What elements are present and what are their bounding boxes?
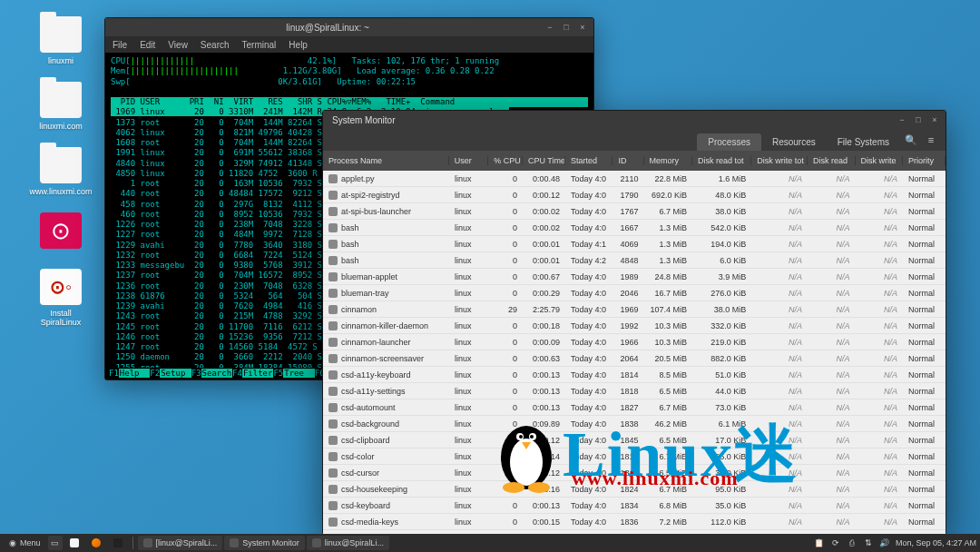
- process-icon: [328, 289, 338, 298]
- process-icon: [328, 191, 338, 200]
- process-table-body[interactable]: applet.pylinux00:00.48Today 4:0211022.8 …: [323, 171, 946, 534]
- tab-file-systems[interactable]: File Systems: [827, 133, 900, 151]
- install-icon: ⊙◦: [40, 269, 82, 305]
- process-icon: [328, 387, 338, 396]
- firefox-launcher[interactable]: [86, 536, 106, 550]
- process-icon: [328, 518, 338, 527]
- desktop-icons: linuxmilinuxmi.comwww.linuxmi.com⊙⊙◦Inst…: [34, 16, 87, 327]
- column-header[interactable]: Memory: [644, 156, 692, 165]
- table-row[interactable]: at-spi-bus-launcherlinux00:00.02Today 4:…: [323, 203, 946, 220]
- table-row[interactable]: cinnamon-screensaverlinux00:00.63Today 4…: [323, 350, 946, 367]
- table-row[interactable]: csd-housekeepinglinux00:00.16Today 4:018…: [323, 481, 946, 498]
- column-header[interactable]: Disk read tot: [692, 156, 751, 165]
- maximize-icon[interactable]: □: [913, 114, 924, 125]
- column-header[interactable]: Started: [565, 156, 613, 165]
- minimize-icon[interactable]: −: [897, 114, 907, 125]
- table-row[interactable]: blueman-traylinux00:00.29Today 4:0204616…: [323, 285, 946, 301]
- minimize-icon[interactable]: −: [544, 22, 555, 33]
- table-row[interactable]: csd-clipboardlinux00:00.12Today 4:018456…: [323, 432, 946, 448]
- process-icon: [328, 174, 338, 183]
- app-icon: [230, 538, 239, 547]
- menu-edit[interactable]: Edit: [140, 40, 155, 50]
- menu-view[interactable]: View: [168, 40, 188, 50]
- column-header[interactable]: Disk read: [808, 156, 856, 165]
- table-row[interactable]: csd-cursorlinux00:00.12Today 4:018166.5 …: [323, 465, 946, 481]
- tab-resources[interactable]: Resources: [761, 133, 827, 151]
- process-icon: [328, 256, 338, 265]
- table-row[interactable]: csd-backgroundlinux00:09.89Today 4:01838…: [323, 416, 946, 432]
- column-header[interactable]: Disk write: [856, 156, 904, 165]
- clipboard-icon[interactable]: 📋: [814, 537, 825, 548]
- table-row[interactable]: csd-automountlinux00:00.13Today 4:018276…: [323, 399, 946, 416]
- terminal-menu-bar: FileEditViewSearchTerminalHelp: [105, 36, 593, 53]
- process-icon: [328, 436, 338, 445]
- app-icon: [143, 538, 152, 547]
- volume-icon[interactable]: 🔊: [879, 537, 890, 548]
- table-row[interactable]: cinnamon-launcherlinux00:00.09Today 4:01…: [323, 334, 946, 350]
- taskbar-clock[interactable]: Mon, Sep 05, 4:27 AM: [896, 538, 976, 547]
- table-row[interactable]: at-spi2-registrydlinux00:00.12Today 4:01…: [323, 187, 946, 203]
- process-icon: [328, 305, 338, 314]
- update-icon[interactable]: ⟳: [830, 537, 841, 548]
- show-desktop-button[interactable]: ▭: [48, 536, 63, 550]
- maximize-icon[interactable]: □: [561, 22, 572, 33]
- taskbar-task-0[interactable]: [linux@SpiralLi...: [138, 536, 223, 550]
- terminal-title-bar[interactable]: linux@SpiralLinux: ~ − □ ×: [105, 18, 593, 36]
- folder-icon: [40, 16, 82, 53]
- menu-search[interactable]: Search: [201, 40, 230, 50]
- desktop-icon-2[interactable]: www.linuxmi.com: [34, 147, 87, 196]
- taskbar-task-2[interactable]: linux@SpiralLi...: [307, 536, 389, 550]
- table-row[interactable]: bashlinux00:00.01Today 4:140691.3 MiB194…: [323, 236, 946, 252]
- menu-terminal[interactable]: Terminal: [242, 40, 277, 50]
- table-row[interactable]: csd-colorlinux00:00.14Today 4:018116.7 M…: [323, 448, 946, 465]
- terminal-title: linux@SpiralLinux: ~: [111, 23, 544, 33]
- search-icon[interactable]: 🔍: [904, 133, 918, 147]
- process-icon: [328, 501, 338, 510]
- close-icon[interactable]: ×: [929, 114, 940, 125]
- process-icon: [328, 419, 338, 429]
- table-row[interactable]: cinnamon-killer-daemonlinux00:00.18Today…: [323, 318, 946, 334]
- table-row[interactable]: csd-media-keyslinux00:00.15Today 4:01836…: [323, 514, 946, 530]
- close-icon[interactable]: ×: [577, 22, 588, 33]
- process-icon: [328, 240, 338, 249]
- table-row[interactable]: csd-a11y-keyboardlinux00:00.13Today 4:01…: [323, 367, 946, 383]
- column-header[interactable]: ID: [612, 156, 643, 165]
- printer-icon[interactable]: ⎙: [847, 537, 858, 548]
- table-row[interactable]: csd-keyboardlinux00:00.13Today 4:018346.…: [323, 498, 946, 514]
- table-row[interactable]: bashlinux00:00.01Today 4:248481.3 MiB6.0…: [323, 252, 946, 269]
- table-row[interactable]: bashlinux00:00.02Today 4:016671.3 MiB542…: [323, 220, 946, 236]
- column-header[interactable]: CPU Time: [523, 156, 565, 165]
- menu-help[interactable]: Help: [289, 40, 308, 50]
- table-row[interactable]: csd-a11y-settingslinux00:00.13Today 4:01…: [323, 383, 946, 399]
- terminal-launcher[interactable]: [108, 536, 128, 550]
- column-header[interactable]: Process Name: [323, 156, 449, 165]
- spiral-icon: ◉: [9, 538, 16, 547]
- table-row[interactable]: applet.pylinux00:00.48Today 4:0211022.8 …: [323, 171, 946, 187]
- column-header[interactable]: % CPU: [488, 156, 523, 165]
- process-icon: [328, 485, 338, 494]
- desktop-icon-0[interactable]: linuxmi: [34, 16, 87, 65]
- process-icon: [328, 338, 338, 347]
- desktop-icon-1[interactable]: linuxmi.com: [34, 82, 87, 131]
- files-launcher[interactable]: [64, 536, 84, 550]
- column-header[interactable]: User: [449, 156, 488, 165]
- desktop-icon-label: www.linuxmi.com: [30, 187, 93, 196]
- taskbar-task-1[interactable]: System Monitor: [224, 536, 305, 550]
- tab-processes[interactable]: Processes: [697, 133, 761, 151]
- column-header[interactable]: Priority: [903, 156, 946, 165]
- process-icon: [328, 468, 338, 478]
- process-icon: [328, 223, 338, 232]
- taskbar-menu-button[interactable]: ◉ Menu: [4, 536, 46, 550]
- desktop-icon-4[interactable]: ⊙◦Install SpiralLinux: [34, 269, 87, 327]
- desktop-icon-3[interactable]: ⊙: [34, 212, 87, 252]
- network-icon[interactable]: ⇅: [863, 537, 874, 548]
- column-header[interactable]: Disk write tot: [751, 156, 808, 165]
- sysmon-title-bar[interactable]: System Monitor − □ ×: [323, 111, 946, 129]
- desktop-icon-label: linuxmi: [48, 56, 74, 65]
- process-icon: [328, 207, 338, 216]
- process-icon: [328, 452, 338, 461]
- menu-icon[interactable]: ≡: [924, 133, 938, 147]
- menu-file[interactable]: File: [113, 40, 127, 50]
- table-row[interactable]: cinnamonlinux292:25.79Today 4:01969107.4…: [323, 301, 946, 318]
- table-row[interactable]: blueman-appletlinux00:00.67Today 4:01989…: [323, 269, 946, 285]
